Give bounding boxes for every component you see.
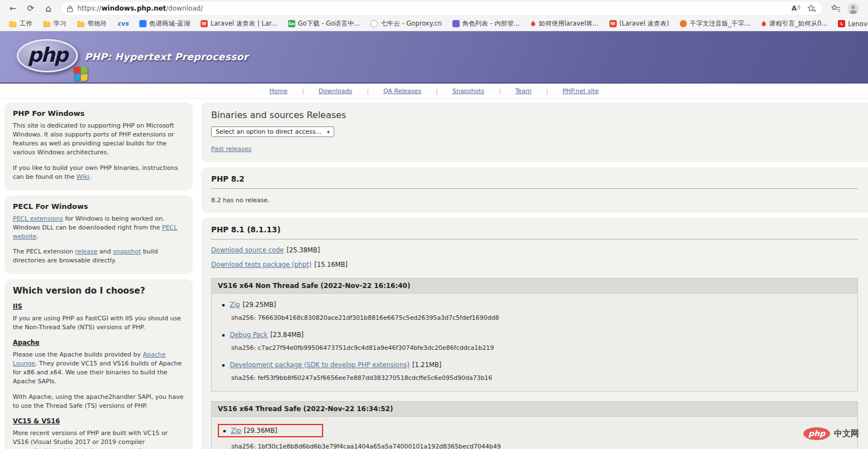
flame-icon (530, 20, 536, 27)
php-cn-logo: php (803, 427, 830, 440)
profile-avatar[interactable] (847, 3, 859, 14)
bookmark-link[interactable]: W(Laravel 速查表) (609, 19, 669, 28)
past-releases-link[interactable]: Past releases (211, 145, 251, 153)
chevron-down-icon: ▾ (327, 129, 330, 135)
sidebar-box-php-for-windows: PHP For Windows This site is dedicated t… (4, 103, 193, 191)
sidebar-heading: Which version do I choose? (13, 286, 184, 296)
download-item: ▪Zip[29.25MB] sha256: 766630b4168c830820… (222, 301, 847, 321)
bookmark-cvs[interactable]: cvs (118, 20, 129, 27)
bookmark-folder[interactable]: 苟艳玲 (77, 19, 107, 28)
nav-home[interactable]: Home (267, 87, 290, 95)
release-select[interactable]: Select an option to direct access... ▾ (211, 126, 334, 137)
php82-box: PHP 8.2 8.2 has no release. (201, 167, 868, 213)
php-logo[interactable]: php (17, 39, 84, 76)
home-icon[interactable]: ⌂ (41, 2, 56, 15)
sidebar-heading: PHP For Windows (13, 109, 184, 118)
zip-link[interactable]: Zip (231, 427, 241, 435)
bullet-icon: ▪ (223, 428, 226, 433)
sidebar-text: Please use the Apache builds provided by… (13, 350, 184, 386)
nav-snapshots[interactable]: Snapshots (450, 87, 486, 95)
folder-icon (43, 21, 51, 27)
sidebar-text: With Apache, using the apache2handler SA… (13, 393, 184, 411)
php81-title: PHP 8.1 (8.1.13) (211, 225, 858, 234)
back-icon[interactable]: ← (6, 2, 20, 15)
build-box-ts: VS16 x64 Thread Safe (2022-Nov-22 16:34:… (211, 401, 858, 449)
sha256-value: sha256: fef53f9bb8f60247a5f6656ee7e887dd… (231, 374, 847, 382)
read-aloud-icon[interactable]: A (792, 4, 801, 12)
download-tests-row: Download tests package (phpt)[15.16MB] (211, 261, 858, 269)
php-cn-watermark: php 中文网 (803, 427, 859, 440)
build-title: VS16 x64 Non Thread Safe (2022-Nov-22 16… (212, 279, 857, 294)
dev-package-link[interactable]: Development package (SDK to develop PHP … (230, 361, 409, 369)
php81-box: PHP 8.1 (8.1.13) Download source code[25… (201, 218, 868, 449)
folder-icon (77, 21, 85, 27)
bookmark-link[interactable]: 七牛云 - Goproxy.cn (370, 19, 442, 28)
nav-downloads[interactable]: Downloads (316, 87, 354, 95)
refresh-icon[interactable]: ⟳ (23, 2, 38, 15)
bookmark-folder[interactable]: 学习 (43, 19, 66, 28)
wiki-link[interactable]: Wiki (76, 173, 89, 180)
favicon: W (609, 20, 617, 27)
favicon (680, 20, 687, 27)
browser-toolbar: ← ⟳ ⌂ https://windows.php.net/download/ … (0, 0, 868, 17)
page-content: PHP For Windows This site is dedicated t… (0, 99, 868, 449)
sidebar-box-pecl: PECL For Windows PECL extensions for Win… (4, 196, 193, 275)
vc15-vs16-heading: VC15 & VS16 (13, 417, 184, 425)
bookmark-link[interactable]: 角色列表 - 内部管... (452, 19, 520, 28)
bookmark-link[interactable]: 色谱商城-蓝湖 (139, 19, 190, 28)
php82-note: 8.2 has no release. (211, 197, 858, 204)
main-column: Binaries and sources Releases Select an … (201, 103, 868, 449)
flame-icon (761, 20, 767, 27)
download-source-row: Download source code[25.38MB] (211, 246, 858, 254)
download-item-highlighted: ▪Zip[29.36MB] sha256: 1bf30c1e8b8d6bd6b3… (222, 424, 847, 449)
iis-heading: IIS (13, 302, 184, 310)
php82-title: PHP 8.2 (211, 174, 858, 183)
nav-qa-releases[interactable]: QA Releases (381, 87, 423, 95)
build-box-nts: VS16 x64 Non Thread Safe (2022-Nov-22 16… (211, 278, 858, 392)
debug-pack-link[interactable]: Debug Pack (230, 331, 267, 339)
sidebar-text: If you are using PHP as FastCGI with IIS… (13, 314, 184, 332)
favicon: W (201, 20, 208, 27)
bullet-icon: ▪ (222, 363, 225, 368)
windows-flag-icon (74, 67, 88, 81)
snapshot-link[interactable]: snapshot (113, 248, 141, 255)
nav-team[interactable]: Team (513, 87, 534, 95)
divider (211, 239, 858, 240)
bookmark-link[interactable]: LLenovo Support (838, 20, 868, 28)
apache-heading: Apache (13, 339, 184, 346)
sidebar-text: PECL extensions for Windows is being wor… (13, 214, 184, 241)
download-tests-link[interactable]: Download tests package (phpt) (211, 261, 311, 269)
bookmark-link[interactable]: 千字文注音版_千字... (680, 19, 750, 28)
sidebar-text: This site is dedicated to supporting PHP… (13, 121, 184, 157)
download-source-link[interactable]: Download source code (211, 246, 284, 254)
zip-link[interactable]: Zip (230, 301, 240, 309)
bullet-icon: ▪ (222, 302, 225, 308)
sidebar: PHP For Windows This site is dedicated t… (4, 103, 193, 449)
site-header: php PHP: Hypertext Preprocessor (0, 31, 868, 84)
release-link[interactable]: release (75, 248, 97, 255)
bookmark-link[interactable]: 课程引言_如何从0... (761, 19, 828, 28)
sidebar-text: More recent versions of PHP are built wi… (13, 429, 184, 449)
build-title: VS16 x64 Thread Safe (2022-Nov-22 16:34:… (212, 402, 857, 417)
favorites-bar-icon[interactable] (831, 4, 841, 12)
sha256-value: sha256: 766630b4168c830820ace21df301b881… (231, 314, 847, 321)
red-highlight-box: ▪Zip[29.36MB] (218, 424, 323, 437)
download-item: ▪Development package (SDK to develop PHP… (222, 361, 847, 382)
bookmark-link[interactable]: 如何使用laravel将... (530, 19, 599, 28)
sidebar-heading: PECL For Windows (13, 202, 184, 211)
site-tagline: PHP: Hypertext Preprocessor (85, 51, 248, 62)
address-bar[interactable]: https://windows.php.net/download/ A (61, 2, 822, 15)
pecl-extensions-link[interactable]: PECL extensions (13, 215, 63, 222)
folder-icon (9, 21, 17, 27)
bookmark-link[interactable]: WLaravel 速查表 | Lar... (201, 19, 277, 28)
bookmark-folder[interactable]: 工作 (9, 19, 32, 28)
site-nav: Home | Downloads | QA Releases | Snapsho… (0, 84, 868, 99)
lock-icon[interactable] (67, 5, 73, 12)
sha256-value: sha256: 1bf30c1e8b8d6bd6b3e79f4caa1404a6… (231, 443, 847, 449)
sidebar-text: The PECL extension release and snapshot … (13, 247, 184, 265)
add-favorite-icon[interactable] (807, 4, 817, 13)
bookmark-link[interactable]: GoGo下载 - Go语言中... (288, 19, 360, 28)
nav-phpnet-site[interactable]: PHP.net site (560, 87, 601, 95)
favicon: Go (288, 20, 295, 27)
bookmarks-bar: 工作 学习 苟艳玲 cvs 色谱商城-蓝湖 WLaravel 速查表 | Lar… (0, 17, 868, 31)
